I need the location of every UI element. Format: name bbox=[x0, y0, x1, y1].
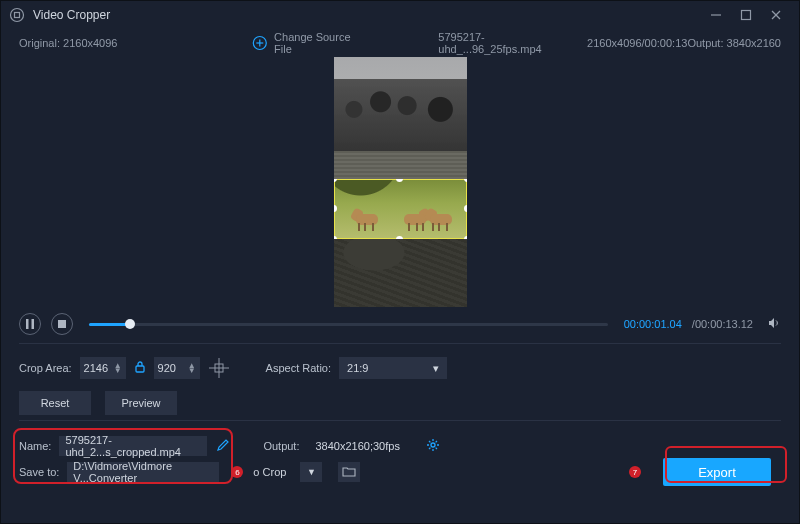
edit-name-icon[interactable] bbox=[217, 439, 229, 454]
aspect-ratio-dropdown[interactable]: 21:9 ▾ bbox=[339, 357, 447, 379]
title-bar: Video Cropper bbox=[1, 1, 799, 29]
annotation-marker-7: 7 bbox=[629, 466, 641, 478]
svg-rect-10 bbox=[32, 319, 35, 329]
change-source-label: Change Source File bbox=[274, 31, 358, 55]
svg-point-0 bbox=[11, 9, 24, 22]
stop-button[interactable] bbox=[51, 313, 73, 335]
chevron-down-icon: ▾ bbox=[433, 362, 439, 375]
spinner-icon[interactable]: ▲▼ bbox=[188, 363, 196, 373]
crop-selection[interactable] bbox=[334, 179, 467, 239]
crop-area-label: Crop Area: bbox=[19, 362, 72, 374]
folder-icon bbox=[342, 466, 356, 478]
center-crop-button[interactable] bbox=[208, 357, 230, 379]
app-title: Video Cropper bbox=[33, 8, 110, 22]
output-value: 3840x2160 bbox=[727, 37, 781, 49]
volume-icon[interactable] bbox=[767, 316, 781, 333]
svg-point-16 bbox=[431, 443, 435, 447]
save-to-label: Save to: bbox=[19, 466, 59, 478]
crop-width-input[interactable]: 2146 ▲▼ bbox=[80, 357, 126, 379]
export-button[interactable]: Export bbox=[663, 458, 771, 486]
change-source-button[interactable]: Change Source File bbox=[252, 31, 358, 55]
action-buttons-row: Reset Preview bbox=[1, 386, 799, 420]
original-label: Original: 2160x4096 bbox=[19, 37, 117, 49]
svg-rect-11 bbox=[58, 320, 66, 328]
app-icon bbox=[9, 7, 25, 23]
export-panel: Name: 5795217-uhd_2...s_cropped.mp4 Outp… bbox=[1, 427, 799, 495]
pause-icon bbox=[25, 319, 35, 329]
progress-slider[interactable] bbox=[89, 323, 608, 326]
window-close-button[interactable] bbox=[761, 5, 791, 25]
spinner-icon[interactable]: ▲▼ bbox=[114, 363, 122, 373]
lock-icon[interactable] bbox=[134, 360, 146, 377]
preview-button[interactable]: Preview bbox=[105, 391, 177, 415]
aspect-label: Aspect Ratio: bbox=[266, 362, 331, 374]
name-value[interactable]: 5795217-uhd_2...s_cropped.mp4 bbox=[59, 436, 207, 456]
name-label: Name: bbox=[19, 440, 51, 452]
progress-thumb[interactable] bbox=[125, 319, 135, 329]
window-minimize-button[interactable] bbox=[701, 5, 731, 25]
output-label: Output: 3840x2160 bbox=[687, 37, 781, 49]
video-frame[interactable] bbox=[334, 57, 467, 307]
svg-rect-1 bbox=[15, 13, 20, 18]
crop-controls: Crop Area: 2146 ▲▼ 920 ▲▼ Aspect Ratio: … bbox=[1, 350, 799, 386]
video-preview bbox=[1, 57, 799, 307]
output-format-label: Output: bbox=[263, 440, 299, 452]
source-info-bar: Original: 2160x4096 Change Source File 5… bbox=[1, 29, 799, 57]
source-filename: 5795217-uhd_...96_25fps.mp4 bbox=[438, 31, 569, 55]
crop-height-input[interactable]: 920 ▲▼ bbox=[154, 357, 200, 379]
svg-rect-12 bbox=[136, 366, 144, 372]
window-maximize-button[interactable] bbox=[731, 5, 761, 25]
chevron-down-icon: ▼ bbox=[307, 467, 316, 477]
crop-option-text: o Crop bbox=[253, 466, 286, 478]
svg-rect-9 bbox=[26, 319, 29, 329]
crop-options-dropdown[interactable]: ▼ bbox=[300, 462, 322, 482]
source-fileinfo: 2160x4096/00:00:13 bbox=[587, 37, 687, 49]
svg-rect-3 bbox=[742, 11, 751, 20]
output-format-value: 3840x2160;30fps bbox=[315, 440, 399, 452]
pause-button[interactable] bbox=[19, 313, 41, 335]
plus-circle-icon bbox=[252, 34, 268, 52]
reset-button[interactable]: Reset bbox=[19, 391, 91, 415]
stop-icon bbox=[57, 319, 67, 329]
current-time: 00:00:01.04 bbox=[624, 318, 682, 330]
open-folder-button[interactable] bbox=[338, 462, 360, 482]
annotation-marker-6: 6 bbox=[231, 466, 243, 478]
save-to-value[interactable]: D:\Vidmore\Vidmore V...Converter bbox=[67, 462, 219, 482]
playback-bar: 00:00:01.04/00:00:13.12 bbox=[1, 307, 799, 341]
settings-icon[interactable] bbox=[426, 438, 440, 455]
original-value: 2160x4096 bbox=[63, 37, 117, 49]
total-time: /00:00:13.12 bbox=[692, 318, 753, 330]
